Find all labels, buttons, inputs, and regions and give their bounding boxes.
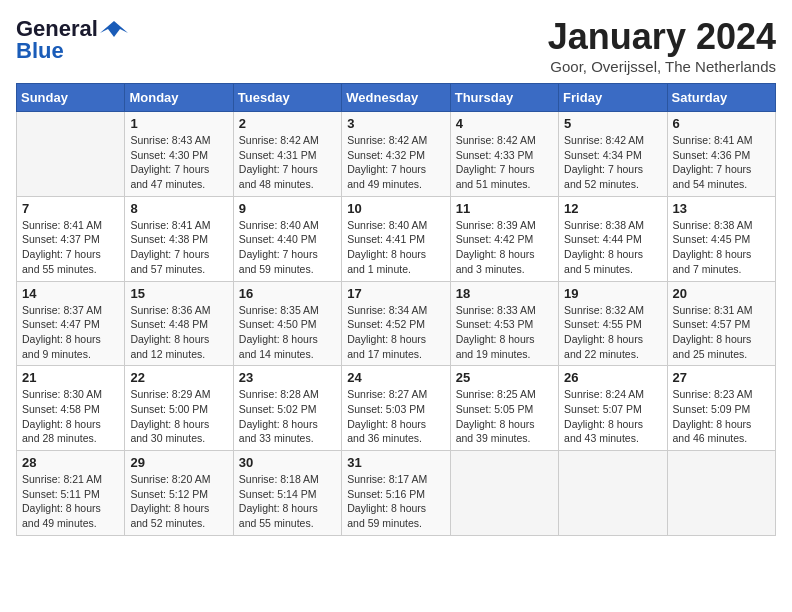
day-number: 10 — [347, 201, 444, 216]
cell-content-line: Sunrise: 8:32 AM — [564, 303, 661, 318]
day-number: 1 — [130, 116, 227, 131]
cell-content-line: Sunrise: 8:36 AM — [130, 303, 227, 318]
cell-content-line: Sunset: 4:52 PM — [347, 317, 444, 332]
calendar-cell — [450, 451, 558, 536]
cell-content-line: Sunset: 4:48 PM — [130, 317, 227, 332]
calendar-cell: 24Sunrise: 8:27 AMSunset: 5:03 PMDayligh… — [342, 366, 450, 451]
cell-content-line: Daylight: 8 hours — [130, 417, 227, 432]
cell-content-line: Sunrise: 8:23 AM — [673, 387, 770, 402]
day-number: 9 — [239, 201, 336, 216]
logo-blue: Blue — [16, 38, 64, 64]
cell-content-line: Sunrise: 8:17 AM — [347, 472, 444, 487]
day-number: 4 — [456, 116, 553, 131]
cell-content-line: Sunrise: 8:27 AM — [347, 387, 444, 402]
cell-content-line: Sunrise: 8:41 AM — [130, 218, 227, 233]
cell-content-line: Daylight: 7 hours — [130, 247, 227, 262]
day-number: 11 — [456, 201, 553, 216]
cell-content-line: Sunset: 5:03 PM — [347, 402, 444, 417]
cell-content-line: Sunset: 5:14 PM — [239, 487, 336, 502]
cell-content-line: Sunset: 5:11 PM — [22, 487, 119, 502]
cell-content-line: Daylight: 8 hours — [456, 332, 553, 347]
header-day-wednesday: Wednesday — [342, 84, 450, 112]
cell-content-line: Sunset: 4:31 PM — [239, 148, 336, 163]
cell-content-line: Daylight: 8 hours — [347, 501, 444, 516]
calendar-cell: 12Sunrise: 8:38 AMSunset: 4:44 PMDayligh… — [559, 196, 667, 281]
day-number: 23 — [239, 370, 336, 385]
week-row-4: 21Sunrise: 8:30 AMSunset: 4:58 PMDayligh… — [17, 366, 776, 451]
calendar-cell: 1Sunrise: 8:43 AMSunset: 4:30 PMDaylight… — [125, 112, 233, 197]
cell-content-line: Sunset: 4:34 PM — [564, 148, 661, 163]
cell-content-line: Sunset: 5:00 PM — [130, 402, 227, 417]
cell-content-line: Sunrise: 8:33 AM — [456, 303, 553, 318]
calendar-cell: 11Sunrise: 8:39 AMSunset: 4:42 PMDayligh… — [450, 196, 558, 281]
cell-content-line: Sunrise: 8:21 AM — [22, 472, 119, 487]
header-row: SundayMondayTuesdayWednesdayThursdayFrid… — [17, 84, 776, 112]
cell-content-line: Sunset: 4:57 PM — [673, 317, 770, 332]
week-row-2: 7Sunrise: 8:41 AMSunset: 4:37 PMDaylight… — [17, 196, 776, 281]
cell-content-line: and 17 minutes. — [347, 347, 444, 362]
calendar-cell: 27Sunrise: 8:23 AMSunset: 5:09 PMDayligh… — [667, 366, 775, 451]
cell-content-line: Sunset: 4:50 PM — [239, 317, 336, 332]
title-area: January 2024 Goor, Overijssel, The Nethe… — [548, 16, 776, 75]
cell-content-line: Sunrise: 8:41 AM — [673, 133, 770, 148]
cell-content-line: and 28 minutes. — [22, 431, 119, 446]
day-number: 25 — [456, 370, 553, 385]
cell-content-line: Sunrise: 8:35 AM — [239, 303, 336, 318]
calendar-cell: 7Sunrise: 8:41 AMSunset: 4:37 PMDaylight… — [17, 196, 125, 281]
day-number: 14 — [22, 286, 119, 301]
calendar-cell: 30Sunrise: 8:18 AMSunset: 5:14 PMDayligh… — [233, 451, 341, 536]
cell-content-line: Sunset: 5:02 PM — [239, 402, 336, 417]
header-day-thursday: Thursday — [450, 84, 558, 112]
logo: General Blue — [16, 16, 128, 64]
day-number: 8 — [130, 201, 227, 216]
cell-content-line: Daylight: 7 hours — [673, 162, 770, 177]
day-number: 2 — [239, 116, 336, 131]
cell-content-line: Sunset: 5:16 PM — [347, 487, 444, 502]
cell-content-line: Daylight: 8 hours — [239, 501, 336, 516]
cell-content-line: Sunrise: 8:38 AM — [673, 218, 770, 233]
header-day-friday: Friday — [559, 84, 667, 112]
cell-content-line: Daylight: 8 hours — [347, 247, 444, 262]
calendar-cell: 18Sunrise: 8:33 AMSunset: 4:53 PMDayligh… — [450, 281, 558, 366]
cell-content-line: and 7 minutes. — [673, 262, 770, 277]
cell-content-line: Sunrise: 8:31 AM — [673, 303, 770, 318]
page-header: General Blue January 2024 Goor, Overijss… — [16, 16, 776, 75]
cell-content-line: Daylight: 8 hours — [130, 332, 227, 347]
day-number: 26 — [564, 370, 661, 385]
calendar-cell: 29Sunrise: 8:20 AMSunset: 5:12 PMDayligh… — [125, 451, 233, 536]
cell-content-line: Daylight: 8 hours — [130, 501, 227, 516]
cell-content-line: and 22 minutes. — [564, 347, 661, 362]
cell-content-line: and 49 minutes. — [347, 177, 444, 192]
calendar-cell: 16Sunrise: 8:35 AMSunset: 4:50 PMDayligh… — [233, 281, 341, 366]
header-day-sunday: Sunday — [17, 84, 125, 112]
cell-content-line: Daylight: 7 hours — [239, 162, 336, 177]
cell-content-line: and 5 minutes. — [564, 262, 661, 277]
cell-content-line: and 55 minutes. — [22, 262, 119, 277]
calendar-header: SundayMondayTuesdayWednesdayThursdayFrid… — [17, 84, 776, 112]
calendar-cell: 6Sunrise: 8:41 AMSunset: 4:36 PMDaylight… — [667, 112, 775, 197]
cell-content-line: and 43 minutes. — [564, 431, 661, 446]
cell-content-line: Sunset: 4:58 PM — [22, 402, 119, 417]
cell-content-line: Sunrise: 8:30 AM — [22, 387, 119, 402]
cell-content-line: Daylight: 8 hours — [22, 417, 119, 432]
day-number: 27 — [673, 370, 770, 385]
cell-content-line: Sunset: 4:38 PM — [130, 232, 227, 247]
cell-content-line: Daylight: 8 hours — [564, 417, 661, 432]
cell-content-line: and 59 minutes. — [239, 262, 336, 277]
cell-content-line: Sunrise: 8:18 AM — [239, 472, 336, 487]
cell-content-line: Sunrise: 8:41 AM — [22, 218, 119, 233]
cell-content-line: and 3 minutes. — [456, 262, 553, 277]
cell-content-line: Sunrise: 8:29 AM — [130, 387, 227, 402]
cell-content-line: Daylight: 8 hours — [347, 417, 444, 432]
header-day-tuesday: Tuesday — [233, 84, 341, 112]
month-title: January 2024 — [548, 16, 776, 58]
day-number: 12 — [564, 201, 661, 216]
calendar-cell: 21Sunrise: 8:30 AMSunset: 4:58 PMDayligh… — [17, 366, 125, 451]
cell-content-line: Sunrise: 8:38 AM — [564, 218, 661, 233]
cell-content-line: Sunset: 4:40 PM — [239, 232, 336, 247]
day-number: 30 — [239, 455, 336, 470]
cell-content-line: and 55 minutes. — [239, 516, 336, 531]
calendar-body: 1Sunrise: 8:43 AMSunset: 4:30 PMDaylight… — [17, 112, 776, 536]
day-number: 13 — [673, 201, 770, 216]
cell-content-line: Daylight: 7 hours — [347, 162, 444, 177]
